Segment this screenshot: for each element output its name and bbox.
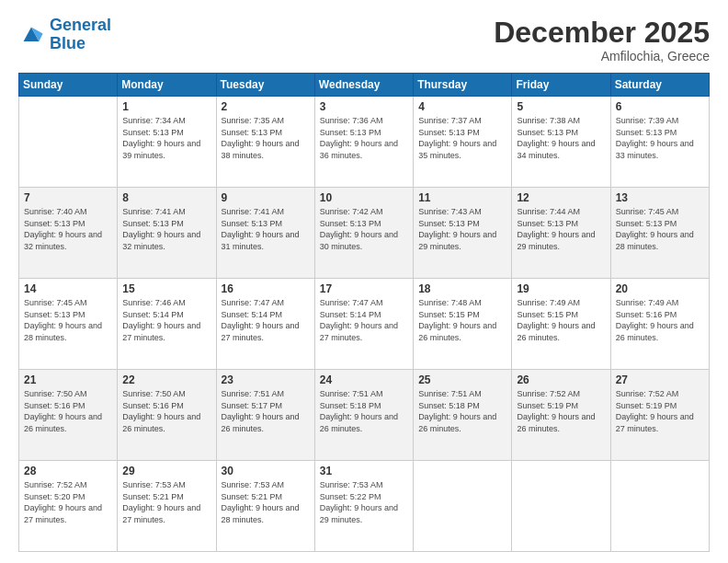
day-info: Sunrise: 7:50 AMSunset: 5:16 PMDaylight:… — [122, 388, 210, 434]
day-info: Sunrise: 7:37 AMSunset: 5:13 PMDaylight:… — [418, 115, 506, 161]
table-row: 10Sunrise: 7:42 AMSunset: 5:13 PMDayligh… — [314, 188, 413, 279]
day-number: 6 — [616, 100, 704, 113]
calendar-week-row: 14Sunrise: 7:45 AMSunset: 5:13 PMDayligh… — [19, 279, 710, 370]
day-info: Sunrise: 7:39 AMSunset: 5:13 PMDaylight:… — [616, 115, 704, 161]
table-row — [19, 97, 118, 188]
col-saturday: Saturday — [610, 74, 709, 97]
day-number: 7 — [24, 191, 112, 204]
table-row: 13Sunrise: 7:45 AMSunset: 5:13 PMDayligh… — [610, 188, 709, 279]
day-number: 25 — [418, 373, 506, 386]
logo: General Blue — [18, 17, 111, 53]
calendar-week-row: 28Sunrise: 7:52 AMSunset: 5:20 PMDayligh… — [19, 461, 710, 552]
title-block: December 2025 Amfilochia, Greece — [494, 17, 710, 63]
day-number: 3 — [320, 100, 408, 113]
table-row: 3Sunrise: 7:36 AMSunset: 5:13 PMDaylight… — [314, 97, 413, 188]
calendar-header-row: Sunday Monday Tuesday Wednesday Thursday… — [19, 74, 710, 97]
table-row: 29Sunrise: 7:53 AMSunset: 5:21 PMDayligh… — [118, 461, 216, 552]
day-info: Sunrise: 7:42 AMSunset: 5:13 PMDaylight:… — [320, 206, 408, 252]
day-number: 30 — [222, 465, 310, 477]
table-row: 17Sunrise: 7:47 AMSunset: 5:14 PMDayligh… — [314, 279, 413, 370]
day-info: Sunrise: 7:46 AMSunset: 5:14 PMDaylight:… — [122, 297, 210, 343]
location-subtitle: Amfilochia, Greece — [494, 49, 710, 63]
day-number: 16 — [222, 282, 310, 295]
logo-icon — [18, 22, 44, 48]
day-info: Sunrise: 7:53 AMSunset: 5:21 PMDaylight:… — [122, 479, 210, 525]
day-number: 28 — [24, 465, 112, 477]
day-number: 22 — [122, 373, 210, 386]
table-row: 22Sunrise: 7:50 AMSunset: 5:16 PMDayligh… — [118, 370, 216, 461]
table-row — [414, 461, 512, 552]
day-info: Sunrise: 7:52 AMSunset: 5:20 PMDaylight:… — [24, 479, 112, 525]
table-row: 28Sunrise: 7:52 AMSunset: 5:20 PMDayligh… — [19, 461, 118, 552]
table-row: 30Sunrise: 7:53 AMSunset: 5:21 PMDayligh… — [216, 461, 314, 552]
table-row: 15Sunrise: 7:46 AMSunset: 5:14 PMDayligh… — [118, 279, 216, 370]
day-number: 2 — [222, 100, 310, 113]
day-info: Sunrise: 7:34 AMSunset: 5:13 PMDaylight:… — [122, 115, 210, 161]
day-number: 4 — [418, 100, 506, 113]
day-info: Sunrise: 7:41 AMSunset: 5:13 PMDaylight:… — [222, 206, 310, 252]
table-row: 12Sunrise: 7:44 AMSunset: 5:13 PMDayligh… — [512, 188, 610, 279]
day-info: Sunrise: 7:49 AMSunset: 5:15 PMDaylight:… — [517, 297, 605, 343]
table-row: 6Sunrise: 7:39 AMSunset: 5:13 PMDaylight… — [610, 97, 709, 188]
table-row: 18Sunrise: 7:48 AMSunset: 5:15 PMDayligh… — [414, 279, 512, 370]
page: General Blue December 2025 Amfilochia, G… — [0, 0, 728, 563]
table-row: 27Sunrise: 7:52 AMSunset: 5:19 PMDayligh… — [610, 370, 709, 461]
table-row: 25Sunrise: 7:51 AMSunset: 5:18 PMDayligh… — [414, 370, 512, 461]
table-row: 20Sunrise: 7:49 AMSunset: 5:16 PMDayligh… — [610, 279, 709, 370]
day-number: 24 — [320, 373, 408, 386]
day-number: 26 — [517, 373, 605, 386]
day-info: Sunrise: 7:48 AMSunset: 5:15 PMDaylight:… — [418, 297, 506, 343]
logo-line2: Blue — [50, 34, 85, 52]
day-info: Sunrise: 7:45 AMSunset: 5:13 PMDaylight:… — [24, 297, 112, 343]
table-row: 23Sunrise: 7:51 AMSunset: 5:17 PMDayligh… — [216, 370, 314, 461]
table-row: 14Sunrise: 7:45 AMSunset: 5:13 PMDayligh… — [19, 279, 118, 370]
day-number: 12 — [517, 191, 605, 204]
table-row: 11Sunrise: 7:43 AMSunset: 5:13 PMDayligh… — [414, 188, 512, 279]
day-number: 14 — [24, 282, 112, 295]
table-row: 1Sunrise: 7:34 AMSunset: 5:13 PMDaylight… — [118, 97, 216, 188]
col-thursday: Thursday — [414, 74, 512, 97]
day-number: 31 — [320, 465, 408, 477]
day-info: Sunrise: 7:51 AMSunset: 5:18 PMDaylight:… — [418, 388, 506, 434]
calendar-week-row: 1Sunrise: 7:34 AMSunset: 5:13 PMDaylight… — [19, 97, 710, 188]
table-row: 19Sunrise: 7:49 AMSunset: 5:15 PMDayligh… — [512, 279, 610, 370]
day-info: Sunrise: 7:49 AMSunset: 5:16 PMDaylight:… — [616, 297, 704, 343]
table-row: 7Sunrise: 7:40 AMSunset: 5:13 PMDaylight… — [19, 188, 118, 279]
table-row: 2Sunrise: 7:35 AMSunset: 5:13 PMDaylight… — [216, 97, 314, 188]
day-number: 5 — [517, 100, 605, 113]
col-friday: Friday — [512, 74, 610, 97]
day-number: 20 — [616, 282, 704, 295]
col-sunday: Sunday — [19, 74, 118, 97]
day-number: 23 — [222, 373, 310, 386]
day-info: Sunrise: 7:41 AMSunset: 5:13 PMDaylight:… — [122, 206, 210, 252]
day-info: Sunrise: 7:52 AMSunset: 5:19 PMDaylight:… — [517, 388, 605, 434]
col-wednesday: Wednesday — [314, 74, 413, 97]
calendar-week-row: 21Sunrise: 7:50 AMSunset: 5:16 PMDayligh… — [19, 370, 710, 461]
table-row: 9Sunrise: 7:41 AMSunset: 5:13 PMDaylight… — [216, 188, 314, 279]
day-info: Sunrise: 7:36 AMSunset: 5:13 PMDaylight:… — [320, 115, 408, 161]
day-info: Sunrise: 7:52 AMSunset: 5:19 PMDaylight:… — [616, 388, 704, 434]
day-info: Sunrise: 7:43 AMSunset: 5:13 PMDaylight:… — [418, 206, 506, 252]
day-info: Sunrise: 7:51 AMSunset: 5:17 PMDaylight:… — [222, 388, 310, 434]
day-info: Sunrise: 7:47 AMSunset: 5:14 PMDaylight:… — [222, 297, 310, 343]
day-number: 11 — [418, 191, 506, 204]
day-number: 8 — [122, 191, 210, 204]
day-number: 10 — [320, 191, 408, 204]
day-number: 17 — [320, 282, 408, 295]
day-number: 19 — [517, 282, 605, 295]
day-number: 9 — [222, 191, 310, 204]
table-row: 21Sunrise: 7:50 AMSunset: 5:16 PMDayligh… — [19, 370, 118, 461]
table-row: 31Sunrise: 7:53 AMSunset: 5:22 PMDayligh… — [314, 461, 413, 552]
table-row: 8Sunrise: 7:41 AMSunset: 5:13 PMDaylight… — [118, 188, 216, 279]
logo-line1: General — [50, 16, 111, 34]
day-info: Sunrise: 7:45 AMSunset: 5:13 PMDaylight:… — [616, 206, 704, 252]
day-info: Sunrise: 7:38 AMSunset: 5:13 PMDaylight:… — [517, 115, 605, 161]
table-row: 26Sunrise: 7:52 AMSunset: 5:19 PMDayligh… — [512, 370, 610, 461]
day-number: 21 — [24, 373, 112, 386]
day-info: Sunrise: 7:53 AMSunset: 5:21 PMDaylight:… — [222, 479, 310, 525]
col-monday: Monday — [118, 74, 216, 97]
day-info: Sunrise: 7:47 AMSunset: 5:14 PMDaylight:… — [320, 297, 408, 343]
day-info: Sunrise: 7:53 AMSunset: 5:22 PMDaylight:… — [320, 479, 408, 525]
table-row: 4Sunrise: 7:37 AMSunset: 5:13 PMDaylight… — [414, 97, 512, 188]
day-info: Sunrise: 7:44 AMSunset: 5:13 PMDaylight:… — [517, 206, 605, 252]
